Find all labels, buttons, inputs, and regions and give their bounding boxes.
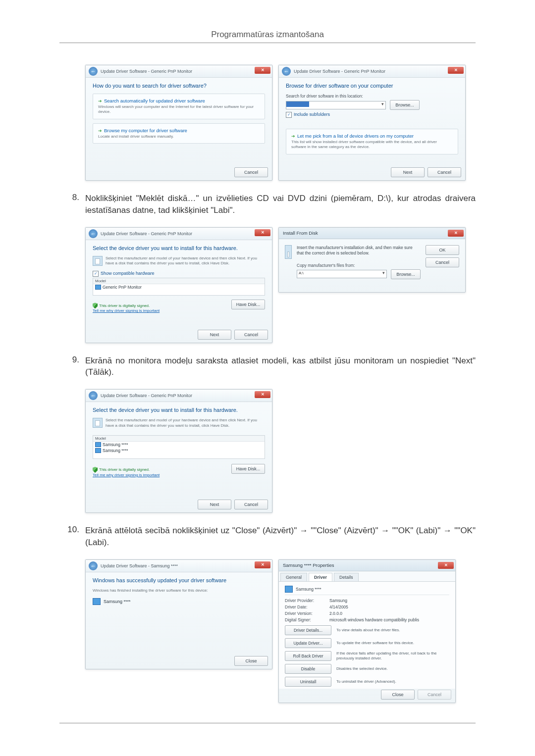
monitor-icon [93, 598, 101, 605]
disable-desc: Disables the selected device. [336, 666, 449, 671]
step-number: 9. [59, 355, 85, 365]
dialog-heading: How do you want to search for driver sof… [93, 83, 265, 89]
location-combo[interactable] [286, 101, 386, 109]
disable-button[interactable]: Disable [285, 664, 331, 674]
copy-from-label: Copy manufacturer's files from: [297, 263, 421, 268]
shield-icon [93, 302, 98, 308]
option-desc: This list will show installed driver sof… [291, 140, 453, 150]
list-item[interactable]: Samsung **** [93, 442, 265, 448]
cancel-button[interactable]: Cancel [426, 257, 459, 267]
step-text: Ekrānā attēlotā secībā noklikšķiniet uz … [85, 525, 476, 549]
driver-details-button[interactable]: Driver Details... [285, 625, 331, 635]
back-icon[interactable]: ← [89, 391, 98, 400]
option-browse-computer[interactable]: Browse my computer for driver software L… [93, 123, 265, 144]
divider-bottom [59, 723, 476, 723]
tab-details[interactable]: Details [334, 573, 359, 581]
back-icon[interactable]: ← [89, 67, 98, 76]
breadcrumb: Update Driver Software - Generic PnP Mon… [101, 69, 192, 74]
breadcrumb: Update Driver Software - Samsung **** [101, 563, 178, 568]
signed-indicator: This driver is digitally signed. [93, 467, 160, 473]
uninstall-button[interactable]: Uninstall [285, 677, 331, 687]
model-header: Model [93, 278, 265, 284]
version-label: Driver Version: [285, 611, 329, 616]
uninstall-desc: To uninstall the driver (Advanced). [336, 679, 449, 684]
disk-icon [93, 256, 103, 266]
next-button[interactable]: Next [198, 500, 231, 509]
screenshot-select-driver-samsung: ← Update Driver Software - Generic PnP M… [85, 389, 272, 513]
breadcrumb: Update Driver Software - Generic PnP Mon… [101, 393, 192, 398]
list-item[interactable]: Generic PnP Monitor [93, 284, 265, 290]
step-number: 10. [59, 525, 85, 535]
sub-text: Windows has finished installing the driv… [93, 588, 265, 593]
monitor-icon [95, 442, 101, 447]
step-text: Noklikšķiniet "Meklēt diskā…" un izvēlie… [85, 193, 476, 216]
next-button[interactable]: Next [198, 330, 231, 340]
option-auto-search[interactable]: Search automatically for updated driver … [93, 94, 265, 119]
signing-info-link[interactable]: Tell me why driver signing is important [93, 308, 160, 313]
instruction-text: Insert the manufacturer's installation d… [297, 245, 421, 256]
have-disk-button[interactable]: Have Disk... [231, 300, 265, 309]
include-subfolders-checkbox[interactable]: Include subfolders [286, 112, 458, 118]
provider-value: Samsung [329, 598, 347, 603]
monitor-icon [285, 586, 293, 593]
update-driver-button[interactable]: Update Driver... [285, 638, 331, 648]
path-combo[interactable]: A:\ [297, 270, 387, 278]
screenshot-browse: ← Update Driver Software - Generic PnP M… [278, 65, 466, 181]
option-desc: Locate and install driver software manua… [98, 134, 260, 139]
cancel-button[interactable]: Cancel [234, 500, 268, 509]
back-icon[interactable]: ← [89, 229, 98, 238]
back-icon[interactable]: ← [89, 561, 98, 570]
screenshot-install-from-disk: Install From Disk ✕ Insert the manufactu… [278, 227, 466, 293]
close-icon[interactable]: ✕ [255, 561, 270, 568]
have-disk-button[interactable]: Have Disk... [231, 464, 265, 474]
tab-driver[interactable]: Driver [309, 573, 332, 581]
close-icon[interactable]: ✕ [255, 229, 270, 236]
close-button[interactable]: Close [381, 690, 415, 700]
version-value: 2.0.0.0 [329, 611, 342, 616]
signed-indicator: This driver is digitally signed. [93, 302, 160, 308]
shield-icon [93, 467, 98, 473]
close-icon[interactable]: ✕ [448, 230, 464, 237]
date-label: Driver Date: [285, 605, 329, 609]
option-pick-from-list[interactable]: Let me pick from a list of device driver… [286, 129, 458, 154]
browse-button[interactable]: Browse... [390, 100, 420, 110]
ok-button[interactable]: OK [426, 245, 459, 255]
close-icon[interactable]: ✕ [255, 67, 270, 74]
back-icon[interactable]: ← [282, 67, 291, 76]
option-title: Let me pick from a list of device driver… [291, 133, 453, 139]
show-compatible-checkbox[interactable]: Show compatible hardware [93, 271, 265, 277]
instruction-text: Select the manufacturer and model of you… [106, 256, 265, 266]
dialog-titlebar: Samsung **** Properties ✕ [279, 560, 455, 571]
dialog-heading: Windows has successfully updated your dr… [93, 577, 265, 583]
option-title: Browse my computer for driver software [98, 128, 260, 133]
close-button[interactable]: Close [234, 656, 268, 666]
cancel-button[interactable]: Cancel [234, 167, 268, 177]
instruction-text: Select the manufacturer and model of you… [106, 418, 265, 428]
cancel-button: Cancel [418, 690, 451, 700]
tabs: General Driver Details [279, 571, 455, 582]
breadcrumb: Update Driver Software - Generic PnP Mon… [294, 69, 385, 74]
list-item[interactable]: Samsung **** [93, 448, 265, 454]
search-location-label: Search for driver software in this locat… [286, 94, 458, 99]
floppy-icon [285, 245, 292, 259]
signing-info-link[interactable]: Tell me why driver signing is important [93, 473, 160, 477]
page-title: Programmatūras izmantošana [59, 30, 476, 40]
option-desc: Windows will search your computer and th… [98, 104, 260, 115]
model-list[interactable]: Model Generic PnP Monitor [93, 278, 265, 296]
cancel-button[interactable]: Cancel [428, 167, 461, 177]
model-list[interactable]: Model Samsung **** Samsung **** [93, 435, 265, 459]
close-icon[interactable]: ✕ [255, 391, 270, 398]
close-icon[interactable]: ✕ [438, 562, 454, 569]
next-button[interactable]: Next [391, 167, 425, 177]
close-icon[interactable]: ✕ [448, 67, 464, 74]
screenshot-success: ← Update Driver Software - Samsung **** … [85, 559, 272, 669]
signer-value: microsoft windows hardware compatibility… [329, 617, 419, 622]
cancel-button[interactable]: Cancel [234, 330, 268, 340]
browse-button[interactable]: Browse... [391, 269, 421, 279]
tab-general[interactable]: General [280, 573, 307, 581]
rollback-driver-button[interactable]: Roll Back Driver [285, 651, 331, 661]
device-name: Samsung **** [296, 587, 321, 592]
breadcrumb: Update Driver Software - Generic PnP Mon… [101, 231, 192, 236]
dialog-heading: Browse for driver software on your compu… [286, 83, 458, 89]
update-driver-desc: To update the driver software for this d… [336, 641, 449, 646]
